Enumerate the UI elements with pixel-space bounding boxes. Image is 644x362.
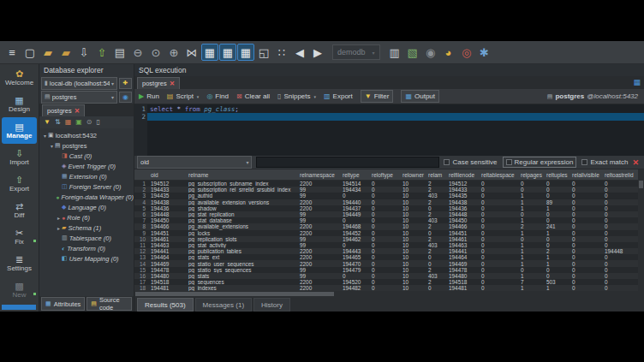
donate-icon[interactable]: ◕: [440, 44, 457, 61]
table-row[interactable]: 11194463pg_stat_activity9900104031944630…: [134, 242, 638, 248]
vertical-scrollbar[interactable]: [638, 169, 644, 297]
help-icon[interactable]: ◎: [458, 44, 475, 61]
tree-item[interactable]: ▾▤postgres: [39, 140, 134, 151]
table-row[interactable]: 15194478pg_statio_sys_sequences991944790…: [134, 267, 638, 273]
sidebar-item-manage[interactable]: ▤Manage: [2, 117, 37, 144]
panel-corner-icon[interactable]: ▦: [633, 78, 641, 86]
refresh-icon[interactable]: ▣: [75, 119, 82, 126]
tree-view-icon[interactable]: ∷: [273, 44, 290, 61]
twisty-icon[interactable]: ▾: [42, 133, 48, 139]
sidebar-item-diff[interactable]: ⇄Diff: [0, 197, 39, 223]
column-header-rownum[interactable]: [134, 169, 148, 180]
column-header-reltype[interactable]: reltype: [340, 169, 369, 180]
table-row[interactable]: 9194451pg_locks2200194452010019445101100…: [134, 230, 638, 236]
column-header-relallvisible[interactable]: relallvisible: [569, 169, 602, 180]
sidebar-item-welcome[interactable]: ✿Welcome: [0, 64, 39, 91]
table-row[interactable]: 16194480pg_stats99001040319448001000f: [134, 273, 638, 279]
tab-results-503[interactable]: Results (503): [137, 298, 194, 312]
table-row[interactable]: 13194464pg_stats_ext22001944650100194464…: [134, 254, 638, 260]
search-icon[interactable]: ⊙: [86, 119, 92, 126]
sql-tab-postgres[interactable]: postgres ✕: [137, 77, 180, 89]
twisty-icon[interactable]: ▸: [56, 225, 62, 231]
column-header-relname[interactable]: relname: [186, 169, 297, 180]
hscroll-thumb[interactable]: [135, 292, 334, 296]
table-row[interactable]: 10194461pg_replication_slots991944620102…: [134, 236, 638, 242]
find-button[interactable]: ◎Find: [206, 91, 229, 102]
open-recent-icon[interactable]: ▰: [57, 44, 75, 61]
table-row[interactable]: 4194438pg_available_extension_versions22…: [134, 199, 638, 205]
table-row[interactable]: 6194448pg_stat_replication99194449010219…: [134, 211, 638, 217]
filter-search-input[interactable]: [256, 157, 439, 168]
sort-icon[interactable]: ⇅: [55, 119, 61, 126]
table-row[interactable]: 17194518pg_sequences22001945200102194518…: [134, 279, 638, 285]
tree-item[interactable]: ◧User Mapping (0): [39, 253, 134, 264]
tab-messages-1[interactable]: Messages (1): [195, 298, 252, 312]
database-select[interactable]: ▤ postgres ▾: [41, 91, 117, 104]
twisty-icon[interactable]: ▾: [49, 143, 55, 149]
filter-icon[interactable]: ▼: [44, 119, 51, 126]
tree-item[interactable]: ▥Tablespace (0): [39, 233, 134, 243]
column-header-reltablespace[interactable]: reltablespace: [479, 169, 518, 180]
export-icon[interactable]: ⇧: [93, 44, 110, 61]
open-folder-icon[interactable]: ▰: [39, 44, 57, 61]
columns-icon[interactable]: ▦: [65, 119, 72, 126]
sidebar-item-fix[interactable]: ✂Fix: [0, 223, 39, 250]
tab-history[interactable]: History: [253, 298, 290, 312]
grid-view-1-icon[interactable]: ▦: [201, 44, 218, 61]
table-row[interactable]: 2194433pg_subscription_rel_srrelid_srsub…: [134, 187, 638, 193]
clear-all-button[interactable]: ⊠Clear all: [236, 91, 270, 102]
database-selector[interactable]: demodb▾: [332, 45, 380, 60]
column-header-relpages[interactable]: relpages: [518, 169, 544, 180]
sidebar-item-new[interactable]: ▩New: [0, 276, 39, 303]
tree-item[interactable]: ▾▣localhost:5432: [39, 130, 134, 140]
report-icon[interactable]: ▥: [386, 44, 403, 61]
output-button[interactable]: ▦Output: [401, 90, 439, 103]
table-row[interactable]: 1194512pg_subscription_subname_index2200…: [134, 181, 638, 187]
tree-item[interactable]: ◆Language (0): [39, 202, 134, 212]
grid-view-2-icon[interactable]: ▦: [219, 44, 236, 61]
vscroll-thumb[interactable]: [639, 181, 643, 188]
script-button[interactable]: ▤Script▾: [167, 91, 200, 102]
import-icon[interactable]: ⇩: [75, 44, 92, 61]
close-icon[interactable]: ✕: [75, 107, 80, 115]
tree-item[interactable]: ◨Cast (0): [39, 151, 134, 161]
tree-item[interactable]: ◐Transform (0): [39, 243, 134, 253]
table-row[interactable]: 14194469pg_statio_user_sequences22001944…: [134, 260, 638, 266]
window-view-icon[interactable]: ◱: [255, 44, 272, 61]
column-header-relnamespace[interactable]: relnamespace: [297, 169, 340, 180]
explorer-tab-postgres[interactable]: postgres ✕: [42, 104, 85, 116]
tab-source-code[interactable]: ▤Source code: [86, 297, 132, 311]
filter-button[interactable]: ▼Filter: [361, 90, 394, 103]
table-row[interactable]: 18194481pg_indexes2200194482010019448101…: [134, 285, 638, 291]
column-header-relowner[interactable]: relowner: [400, 169, 426, 180]
tree-item[interactable]: ▦Extension (0): [39, 171, 134, 181]
case-sensitive-checkbox[interactable]: Case sensitive: [444, 158, 497, 166]
grid-view-3-icon[interactable]: ▦: [237, 44, 254, 61]
close-icon[interactable]: ✕: [170, 80, 175, 87]
back-icon[interactable]: ◀: [291, 44, 308, 61]
diagram-icon[interactable]: ⋈: [183, 44, 200, 61]
exact-match-checkbox[interactable]: Exact match: [581, 158, 628, 166]
media-icon[interactable]: ▧: [404, 44, 421, 61]
zoom-in-icon[interactable]: ⊕: [165, 44, 182, 61]
column-header-reltuples[interactable]: reltuples: [544, 169, 569, 180]
column-header-relfilenode[interactable]: relfilenode: [446, 169, 479, 180]
settings-icon[interactable]: ✱: [476, 44, 493, 61]
horizontal-scrollbar[interactable]: [134, 291, 638, 297]
forward-icon[interactable]: ▶: [309, 44, 326, 61]
table-row[interactable]: 12194441pg_publication_tables22001944430…: [134, 248, 638, 254]
zoom-out-icon[interactable]: ⊖: [129, 44, 146, 61]
zoom-reset-icon[interactable]: ⊙: [147, 44, 164, 61]
twisty-icon[interactable]: ▸: [56, 215, 62, 221]
sql-editor[interactable]: 12 select * from pg_class;: [134, 104, 644, 156]
column-header-reloftype[interactable]: reloftype: [369, 169, 400, 180]
column-header-relam[interactable]: relam: [426, 169, 446, 180]
print-icon[interactable]: ▤: [111, 44, 128, 61]
filter-column-select[interactable]: oid ▾: [137, 156, 252, 169]
tree-item[interactable]: ▸▰Schema (1): [39, 223, 134, 233]
column-header-reltoastrelid[interactable]: reltoastrelid: [602, 169, 638, 180]
sidebar-item-settings[interactable]: ≣Settings: [0, 250, 39, 276]
connection-select[interactable]: ▮ local-db (localhost:5432 ▾: [41, 77, 117, 90]
sidebar-item-export[interactable]: ⇧Export: [0, 170, 39, 197]
export-button[interactable]: ▥Export: [324, 91, 353, 102]
